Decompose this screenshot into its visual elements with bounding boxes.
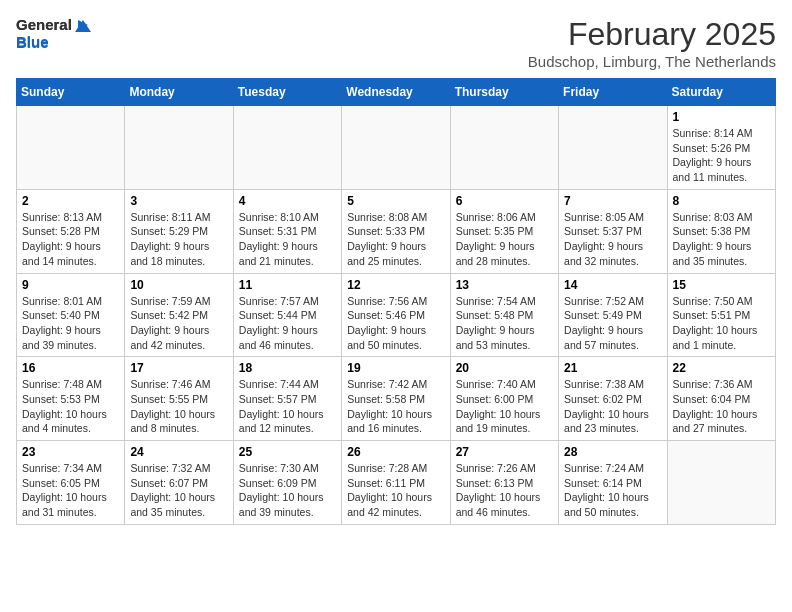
weekday-header-cell: Monday	[125, 79, 233, 106]
calendar-day-cell: 17Sunrise: 7:46 AM Sunset: 5:55 PM Dayli…	[125, 357, 233, 441]
day-info: Sunrise: 7:48 AM Sunset: 5:53 PM Dayligh…	[22, 377, 119, 436]
day-info: Sunrise: 7:24 AM Sunset: 6:14 PM Dayligh…	[564, 461, 661, 520]
day-number: 11	[239, 278, 336, 292]
weekday-header-cell: Thursday	[450, 79, 558, 106]
logo-general: General	[16, 16, 91, 33]
calendar-week-row: 16Sunrise: 7:48 AM Sunset: 5:53 PM Dayli…	[17, 357, 776, 441]
day-info: Sunrise: 7:26 AM Sunset: 6:13 PM Dayligh…	[456, 461, 553, 520]
day-number: 21	[564, 361, 661, 375]
calendar-day-cell: 23Sunrise: 7:34 AM Sunset: 6:05 PM Dayli…	[17, 441, 125, 525]
day-number: 9	[22, 278, 119, 292]
day-number: 2	[22, 194, 119, 208]
day-info: Sunrise: 8:06 AM Sunset: 5:35 PM Dayligh…	[456, 210, 553, 269]
calendar-week-row: 9Sunrise: 8:01 AM Sunset: 5:40 PM Daylig…	[17, 273, 776, 357]
day-number: 25	[239, 445, 336, 459]
day-number: 4	[239, 194, 336, 208]
day-info: Sunrise: 7:40 AM Sunset: 6:00 PM Dayligh…	[456, 377, 553, 436]
calendar-day-cell: 28Sunrise: 7:24 AM Sunset: 6:14 PM Dayli…	[559, 441, 667, 525]
calendar-day-cell	[125, 106, 233, 190]
calendar-day-cell: 11Sunrise: 7:57 AM Sunset: 5:44 PM Dayli…	[233, 273, 341, 357]
day-info: Sunrise: 7:28 AM Sunset: 6:11 PM Dayligh…	[347, 461, 444, 520]
day-number: 14	[564, 278, 661, 292]
calendar-day-cell: 7Sunrise: 8:05 AM Sunset: 5:37 PM Daylig…	[559, 189, 667, 273]
day-info: Sunrise: 8:08 AM Sunset: 5:33 PM Dayligh…	[347, 210, 444, 269]
day-number: 24	[130, 445, 227, 459]
day-info: Sunrise: 7:38 AM Sunset: 6:02 PM Dayligh…	[564, 377, 661, 436]
day-number: 6	[456, 194, 553, 208]
page-header: General Blue February 2025 Budschop, Lim…	[16, 16, 776, 70]
day-info: Sunrise: 7:46 AM Sunset: 5:55 PM Dayligh…	[130, 377, 227, 436]
day-info: Sunrise: 8:11 AM Sunset: 5:29 PM Dayligh…	[130, 210, 227, 269]
day-info: Sunrise: 7:34 AM Sunset: 6:05 PM Dayligh…	[22, 461, 119, 520]
day-info: Sunrise: 8:10 AM Sunset: 5:31 PM Dayligh…	[239, 210, 336, 269]
weekday-header-row: SundayMondayTuesdayWednesdayThursdayFrid…	[17, 79, 776, 106]
calendar-week-row: 1Sunrise: 8:14 AM Sunset: 5:26 PM Daylig…	[17, 106, 776, 190]
calendar-day-cell: 4Sunrise: 8:10 AM Sunset: 5:31 PM Daylig…	[233, 189, 341, 273]
calendar-week-row: 23Sunrise: 7:34 AM Sunset: 6:05 PM Dayli…	[17, 441, 776, 525]
weekday-header-cell: Saturday	[667, 79, 775, 106]
day-info: Sunrise: 7:36 AM Sunset: 6:04 PM Dayligh…	[673, 377, 770, 436]
day-number: 16	[22, 361, 119, 375]
calendar-day-cell: 21Sunrise: 7:38 AM Sunset: 6:02 PM Dayli…	[559, 357, 667, 441]
calendar-day-cell: 24Sunrise: 7:32 AM Sunset: 6:07 PM Dayli…	[125, 441, 233, 525]
weekday-header-cell: Sunday	[17, 79, 125, 106]
day-number: 10	[130, 278, 227, 292]
day-number: 27	[456, 445, 553, 459]
weekday-header-cell: Tuesday	[233, 79, 341, 106]
calendar-day-cell	[559, 106, 667, 190]
day-info: Sunrise: 8:13 AM Sunset: 5:28 PM Dayligh…	[22, 210, 119, 269]
calendar-day-cell: 18Sunrise: 7:44 AM Sunset: 5:57 PM Dayli…	[233, 357, 341, 441]
calendar-day-cell	[233, 106, 341, 190]
day-info: Sunrise: 8:03 AM Sunset: 5:38 PM Dayligh…	[673, 210, 770, 269]
calendar-day-cell: 9Sunrise: 8:01 AM Sunset: 5:40 PM Daylig…	[17, 273, 125, 357]
calendar-day-cell: 19Sunrise: 7:42 AM Sunset: 5:58 PM Dayli…	[342, 357, 450, 441]
calendar-day-cell	[667, 441, 775, 525]
day-info: Sunrise: 7:54 AM Sunset: 5:48 PM Dayligh…	[456, 294, 553, 353]
day-number: 23	[22, 445, 119, 459]
day-number: 26	[347, 445, 444, 459]
calendar-day-cell: 14Sunrise: 7:52 AM Sunset: 5:49 PM Dayli…	[559, 273, 667, 357]
day-number: 7	[564, 194, 661, 208]
day-number: 15	[673, 278, 770, 292]
day-info: Sunrise: 8:05 AM Sunset: 5:37 PM Dayligh…	[564, 210, 661, 269]
calendar-week-row: 2Sunrise: 8:13 AM Sunset: 5:28 PM Daylig…	[17, 189, 776, 273]
day-number: 17	[130, 361, 227, 375]
calendar-day-cell: 20Sunrise: 7:40 AM Sunset: 6:00 PM Dayli…	[450, 357, 558, 441]
calendar-day-cell: 2Sunrise: 8:13 AM Sunset: 5:28 PM Daylig…	[17, 189, 125, 273]
day-info: Sunrise: 7:32 AM Sunset: 6:07 PM Dayligh…	[130, 461, 227, 520]
calendar-day-cell: 16Sunrise: 7:48 AM Sunset: 5:53 PM Dayli…	[17, 357, 125, 441]
calendar-day-cell	[450, 106, 558, 190]
day-info: Sunrise: 8:14 AM Sunset: 5:26 PM Dayligh…	[673, 126, 770, 185]
calendar-day-cell: 5Sunrise: 8:08 AM Sunset: 5:33 PM Daylig…	[342, 189, 450, 273]
day-number: 20	[456, 361, 553, 375]
day-info: Sunrise: 7:30 AM Sunset: 6:09 PM Dayligh…	[239, 461, 336, 520]
calendar-day-cell: 3Sunrise: 8:11 AM Sunset: 5:29 PM Daylig…	[125, 189, 233, 273]
day-number: 8	[673, 194, 770, 208]
day-number: 1	[673, 110, 770, 124]
day-info: Sunrise: 7:57 AM Sunset: 5:44 PM Dayligh…	[239, 294, 336, 353]
day-info: Sunrise: 8:01 AM Sunset: 5:40 PM Dayligh…	[22, 294, 119, 353]
day-number: 19	[347, 361, 444, 375]
day-info: Sunrise: 7:44 AM Sunset: 5:57 PM Dayligh…	[239, 377, 336, 436]
calendar-day-cell: 8Sunrise: 8:03 AM Sunset: 5:38 PM Daylig…	[667, 189, 775, 273]
location-title: Budschop, Limburg, The Netherlands	[528, 53, 776, 70]
day-number: 22	[673, 361, 770, 375]
calendar-day-cell: 27Sunrise: 7:26 AM Sunset: 6:13 PM Dayli…	[450, 441, 558, 525]
calendar-day-cell: 15Sunrise: 7:50 AM Sunset: 5:51 PM Dayli…	[667, 273, 775, 357]
day-number: 12	[347, 278, 444, 292]
logo-blue: Blue	[16, 33, 91, 50]
day-info: Sunrise: 7:56 AM Sunset: 5:46 PM Dayligh…	[347, 294, 444, 353]
calendar-day-cell: 12Sunrise: 7:56 AM Sunset: 5:46 PM Dayli…	[342, 273, 450, 357]
day-info: Sunrise: 7:52 AM Sunset: 5:49 PM Dayligh…	[564, 294, 661, 353]
day-number: 18	[239, 361, 336, 375]
calendar-day-cell: 10Sunrise: 7:59 AM Sunset: 5:42 PM Dayli…	[125, 273, 233, 357]
calendar-day-cell	[342, 106, 450, 190]
calendar-day-cell: 22Sunrise: 7:36 AM Sunset: 6:04 PM Dayli…	[667, 357, 775, 441]
calendar-day-cell: 1Sunrise: 8:14 AM Sunset: 5:26 PM Daylig…	[667, 106, 775, 190]
calendar-day-cell	[17, 106, 125, 190]
calendar-day-cell: 13Sunrise: 7:54 AM Sunset: 5:48 PM Dayli…	[450, 273, 558, 357]
calendar-body: 1Sunrise: 8:14 AM Sunset: 5:26 PM Daylig…	[17, 106, 776, 525]
day-number: 3	[130, 194, 227, 208]
day-info: Sunrise: 7:50 AM Sunset: 5:51 PM Dayligh…	[673, 294, 770, 353]
calendar-day-cell: 26Sunrise: 7:28 AM Sunset: 6:11 PM Dayli…	[342, 441, 450, 525]
